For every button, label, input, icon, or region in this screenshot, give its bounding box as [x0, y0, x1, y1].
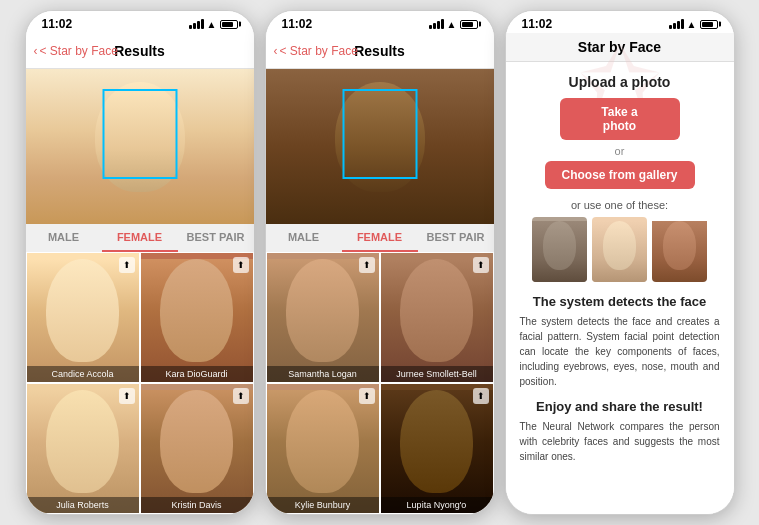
status-bar-3: 11:02 ▲ [506, 11, 734, 33]
share-icon-kylie[interactable]: ⬆ [359, 388, 375, 404]
wifi-icon: ▲ [207, 19, 217, 30]
or-text-1: or [520, 145, 720, 157]
face-detection-box-1 [102, 89, 177, 179]
results-grid-2: ⬆ Samantha Logan ⬆ Jurnee Smollett-Bell … [266, 252, 494, 514]
share-icon-lupita[interactable]: ⬆ [473, 388, 489, 404]
take-photo-button[interactable]: Take a photo [560, 98, 680, 140]
nav-title-1: Results [114, 43, 165, 59]
uploaded-photo-2 [266, 69, 494, 224]
result-cell-kara[interactable]: ⬆ Kara DioGuardi [140, 252, 254, 383]
celebrity-name-julia: Julia Roberts [27, 497, 139, 513]
share-icon-julia[interactable]: ⬆ [119, 388, 135, 404]
results-tabs-2: MALE FEMALE BEST PAIR [266, 224, 494, 252]
celebrity-name-kylie: Kylie Bunbury [267, 497, 379, 513]
phone-3: 11:02 ▲ Star by Face ✩ [505, 10, 735, 515]
upload-section: Upload a photo Take a photo or Choose fr… [520, 74, 720, 189]
phones-container: 11:02 ▲ ‹ < Star by Face Results [15, 0, 745, 525]
celebrity-name-lupita: Lupita Nyong'o [381, 497, 493, 513]
celebrity-name-kristin: Kristin Davis [141, 497, 253, 513]
uploaded-photo-1 [26, 69, 254, 224]
tab-best-pair-2[interactable]: BEST PAIR [418, 224, 494, 252]
battery-icon-2 [460, 20, 478, 29]
phone-1: 11:02 ▲ ‹ < Star by Face Results [25, 10, 255, 515]
nav-bar-2: ‹ < Star by Face Results [266, 33, 494, 69]
gallery-button[interactable]: Choose from gallery [545, 161, 695, 189]
phone3-app-title: Star by Face [578, 39, 661, 55]
status-icons-3: ▲ [669, 19, 718, 30]
chevron-left-icon-2: ‹ [274, 44, 278, 58]
results-grid-1: ⬆ Candice Accola ⬆ Kara DioGuardi ⬆ Juli… [26, 252, 254, 514]
share-icon-candice[interactable]: ⬆ [119, 257, 135, 273]
back-button-2[interactable]: ‹ < Star by Face [274, 44, 358, 58]
tab-male-1[interactable]: MALE [26, 224, 102, 252]
sample-face-3[interactable] [652, 217, 707, 282]
result-cell-lupita[interactable]: ⬆ Lupita Nyong'o [380, 383, 494, 514]
detect-text: The system detects the face and creates … [520, 314, 720, 389]
time-2: 11:02 [282, 17, 313, 31]
status-icons-1: ▲ [189, 19, 238, 30]
result-cell-julia[interactable]: ⬆ Julia Roberts [26, 383, 140, 514]
celebrity-name-jurnee: Jurnee Smollett-Bell [381, 366, 493, 382]
sample-section: or use one of these: [520, 199, 720, 282]
phone3-main-content: ✩ Upload a photo Take a photo or Choose … [506, 62, 734, 514]
battery-icon-3 [700, 20, 718, 29]
share-icon-kara[interactable]: ⬆ [233, 257, 249, 273]
back-label-2: < Star by Face [280, 44, 358, 58]
info-section: The system detects the face The system d… [520, 294, 720, 464]
sample-faces-row [520, 217, 720, 282]
time-1: 11:02 [42, 17, 73, 31]
tab-female-1[interactable]: FEMALE [102, 224, 178, 252]
wifi-icon-3: ▲ [687, 19, 697, 30]
tab-best-pair-1[interactable]: BEST PAIR [178, 224, 254, 252]
battery-icon [220, 20, 238, 29]
status-bar-2: 11:02 ▲ [266, 11, 494, 33]
back-button-1[interactable]: ‹ < Star by Face [34, 44, 118, 58]
enjoy-text: The Neural Network compares the person w… [520, 419, 720, 464]
celebrity-name-samantha: Samantha Logan [267, 366, 379, 382]
tab-female-2[interactable]: FEMALE [342, 224, 418, 252]
results-tabs-1: MALE FEMALE BEST PAIR [26, 224, 254, 252]
celebrity-name-candice: Candice Accola [27, 366, 139, 382]
back-label-1: < Star by Face [40, 44, 118, 58]
result-cell-candice[interactable]: ⬆ Candice Accola [26, 252, 140, 383]
result-cell-kristin[interactable]: ⬆ Kristin Davis [140, 383, 254, 514]
phone-2: 11:02 ▲ ‹ < Star by Face Results [265, 10, 495, 515]
result-cell-jurnee[interactable]: ⬆ Jurnee Smollett-Bell [380, 252, 494, 383]
status-icons-2: ▲ [429, 19, 478, 30]
sample-face-1[interactable] [532, 217, 587, 282]
sample-face-2[interactable] [592, 217, 647, 282]
status-bar-1: 11:02 ▲ [26, 11, 254, 33]
signal-icon-3 [669, 19, 684, 29]
signal-icon [189, 19, 204, 29]
nav-title-2: Results [354, 43, 405, 59]
result-cell-kylie[interactable]: ⬆ Kylie Bunbury [266, 383, 380, 514]
time-3: 11:02 [522, 17, 553, 31]
signal-icon-2 [429, 19, 444, 29]
chevron-left-icon: ‹ [34, 44, 38, 58]
phone3-title-bar: Star by Face [506, 33, 734, 62]
celebrity-name-kara: Kara DioGuardi [141, 366, 253, 382]
detect-title: The system detects the face [520, 294, 720, 309]
share-icon-samantha[interactable]: ⬆ [359, 257, 375, 273]
share-icon-kristin[interactable]: ⬆ [233, 388, 249, 404]
nav-bar-1: ‹ < Star by Face Results [26, 33, 254, 69]
enjoy-title: Enjoy and share the result! [520, 399, 720, 414]
face-detection-box-2 [342, 89, 417, 179]
result-cell-samantha[interactable]: ⬆ Samantha Logan [266, 252, 380, 383]
upload-title: Upload a photo [520, 74, 720, 90]
tab-male-2[interactable]: MALE [266, 224, 342, 252]
wifi-icon-2: ▲ [447, 19, 457, 30]
share-icon-jurnee[interactable]: ⬆ [473, 257, 489, 273]
or-use-text: or use one of these: [520, 199, 720, 211]
